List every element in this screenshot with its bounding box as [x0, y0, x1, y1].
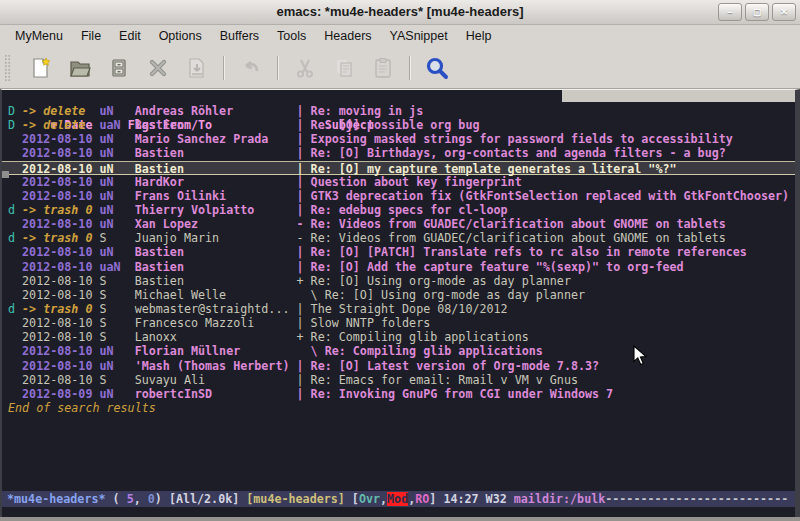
subject: | Re: [O] possible org bug — [297, 118, 480, 132]
mark-char — [8, 330, 22, 344]
subject: | Re: moving in js — [297, 104, 424, 118]
message-row[interactable]: d -> trash 0 S Juanjo Marin - Re: Videos… — [2, 231, 795, 245]
message-row[interactable]: 2012-08-10 S Francesco Mazzoli | Slow NN… — [2, 316, 795, 330]
menu-edit[interactable]: Edit — [110, 27, 150, 45]
modeline-maildir: maildir:/bulk — [514, 492, 605, 506]
date-or-target: 2012-08-09 — [22, 387, 99, 401]
header-line[interactable]: ▼ Date Flgs From/To Subject — [2, 90, 795, 104]
open-file-icon[interactable] — [67, 55, 93, 81]
menu-mymenu[interactable]: MyMenu — [6, 27, 72, 45]
flags: S — [99, 288, 134, 302]
message-row[interactable]: 2012-08-10 S Bastien + Re: [O] Using org… — [2, 274, 795, 288]
subject: | Slow NNTP folders — [297, 316, 431, 330]
from: Bastien — [135, 118, 297, 132]
menu-help[interactable]: Help — [457, 27, 501, 45]
modeline-plain: , — [134, 492, 148, 506]
date-or-target: 2012-08-10 — [22, 359, 99, 373]
from: Suvayu Ali — [135, 373, 297, 387]
message-row[interactable]: 2012-08-10 uN Florian Müllner \ Re: Comp… — [2, 344, 795, 358]
header-line-blank-tail — [562, 90, 795, 102]
mode-line: *mu4e-headers* ( 5, 0) [All/2.0k] [mu4e-… — [2, 491, 795, 507]
menu-yasnippet[interactable]: YASnippet — [381, 27, 457, 45]
toolbar-separator — [409, 56, 411, 80]
date-or-target: -> trash 0 — [22, 203, 99, 217]
flags: uN — [99, 146, 134, 160]
message-row[interactable]: d -> trash 0 uN Thierry Volpiatto | Re: … — [2, 203, 795, 217]
from: Frans Oilinki — [135, 189, 297, 203]
flags: uN — [99, 189, 134, 203]
message-row[interactable]: 2012-08-10 uN Bastien | Re: [O] my captu… — [2, 161, 795, 175]
subject: | Re: Emacs for email: Rmail v VM v Gnus — [297, 373, 578, 387]
echo-area[interactable] — [0, 507, 800, 517]
modeline-plain: [ — [345, 492, 359, 506]
message-row[interactable]: 2012-08-10 uN Frans Oilinki | GTK3 depre… — [2, 189, 795, 203]
menu-headers[interactable]: Headers — [315, 27, 380, 45]
from: webmaster@straightd... — [135, 302, 297, 316]
from: Andreas Röhler — [135, 104, 297, 118]
flags: uN — [99, 359, 134, 373]
minimize-button[interactable]: – — [718, 3, 742, 21]
mark-char — [8, 175, 22, 189]
message-row[interactable]: 2012-08-10 uN Bastien | Re: [O] [PATCH] … — [2, 245, 795, 259]
from: Michael Welle — [135, 288, 297, 302]
message-row[interactable]: 2012-08-10 S Suvayu Ali | Re: Emacs for … — [2, 373, 795, 387]
subject: | Re: [O] Add the capture feature "%(sex… — [297, 260, 684, 274]
close-button[interactable]: ✕ — [772, 3, 796, 21]
undo-icon — [238, 55, 264, 81]
search-icon[interactable] — [424, 55, 450, 81]
new-file-icon[interactable] — [28, 55, 54, 81]
from: Bastien — [135, 146, 297, 160]
modeline-ovr: Ovr — [359, 492, 380, 506]
menu-buffers[interactable]: Buffers — [211, 27, 268, 45]
message-row[interactable]: d -> trash 0 S webmaster@straightd... | … — [2, 302, 795, 316]
flags: S — [99, 373, 134, 387]
message-row[interactable]: 2012-08-10 uN 'Mash (Thomas Herbert) | R… — [2, 359, 795, 373]
flags: uN — [99, 217, 134, 231]
from: Francesco Mazzoli — [135, 316, 297, 330]
modeline-count-other: 0 — [148, 492, 155, 506]
message-row[interactable]: 2012-08-09 uN robertcInSD | Re: Invoking… — [2, 387, 795, 401]
flags: uN — [99, 104, 134, 118]
date-or-target: 2012-08-10 — [22, 245, 99, 259]
modeline-plain: , — [380, 492, 387, 506]
toolbar-drag-handle[interactable] — [4, 54, 11, 82]
message-row[interactable]: 2012-08-10 uaN Bastien | Re: [O] Add the… — [2, 260, 795, 274]
flags: uN — [99, 387, 134, 401]
flags: uN — [99, 203, 134, 217]
subject: | The Straight Dope 08/10/2012 — [297, 302, 508, 316]
flags: uN — [99, 132, 134, 146]
close-buffer-icon[interactable] — [145, 55, 171, 81]
flags: uaN — [99, 260, 134, 274]
menu-options[interactable]: Options — [150, 27, 211, 45]
subject: - Re: Videos from GUADEC/clarification a… — [297, 231, 726, 245]
message-row[interactable]: 2012-08-10 uN Bastien | Re: [O] Birthday… — [2, 146, 795, 160]
from: Thierry Volpiatto — [135, 203, 297, 217]
subject: | Re: [O] Birthdays, org-contacts and ag… — [297, 146, 726, 160]
message-row[interactable]: 2012-08-10 uN HardKor | Question about k… — [2, 175, 795, 189]
menu-file[interactable]: File — [72, 27, 110, 45]
message-row[interactable]: D -> delete uaN Bastien | Re: [O] possib… — [2, 118, 795, 132]
message-row[interactable]: 2012-08-10 S Michael Welle \ Re: [O] Usi… — [2, 288, 795, 302]
message-row[interactable]: D -> delete uN Andreas Röhler | Re: movi… — [2, 104, 795, 118]
flags: S — [99, 330, 134, 344]
maximize-button[interactable]: ▢ — [745, 3, 769, 21]
from: Bastien — [135, 245, 297, 259]
mark-char — [8, 344, 22, 358]
modeline-buffer: *mu4e-headers* — [7, 492, 113, 506]
modeline-plain: ] 14:27 W32 — [429, 492, 513, 506]
subject: | Re: [O] Latest version of Org-mode 7.8… — [297, 359, 600, 373]
message-row[interactable]: 2012-08-10 S Lanoxx + Re: Compiling glib… — [2, 330, 795, 344]
flags: uaN — [99, 118, 134, 132]
subject: \ Re: [O] Using org-mode as day planner — [297, 288, 586, 302]
date-or-target: 2012-08-10 — [22, 344, 99, 358]
subject: | GTK3 deprecation fix (GtkFontSelection… — [297, 189, 790, 203]
end-of-search-marker: End of search results — [2, 401, 795, 415]
menu-tools[interactable]: Tools — [268, 27, 315, 45]
from: HardKor — [135, 175, 297, 189]
dired-icon[interactable] — [106, 55, 132, 81]
message-row[interactable]: 2012-08-10 uN Xan Lopez - Re: Videos fro… — [2, 217, 795, 231]
mark-char — [8, 359, 22, 373]
subject: + Re: [O] Using org-mode as day planner — [297, 274, 571, 288]
message-row[interactable]: 2012-08-10 uN Mario Sanchez Prada | Expo… — [2, 132, 795, 146]
toolbar-separator — [277, 56, 279, 80]
